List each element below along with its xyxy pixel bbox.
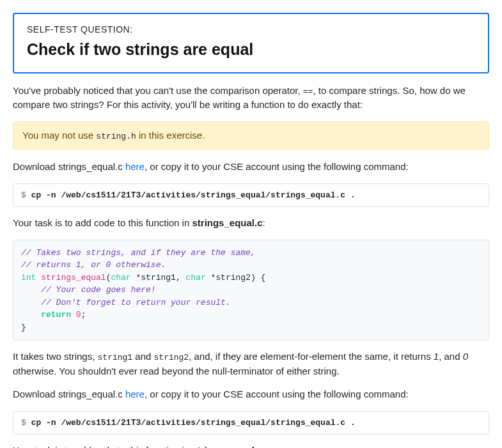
task-instruction-2: Your task is to add code to this functio… (13, 444, 489, 448)
filename-1: strings_equal.c (192, 217, 262, 228)
self-test-question-box: SELF-TEST QUESTION: Check if two strings… (13, 13, 489, 73)
download-link-2[interactable]: here (125, 389, 145, 399)
equals-operator: == (303, 87, 313, 97)
download-link-1[interactable]: here (125, 161, 145, 172)
warning-alert: You may not use string.h in this exercis… (13, 121, 489, 150)
explanation-paragraph: It takes two strings, string1 and string… (13, 350, 489, 378)
question-label: SELF-TEST QUESTION: (27, 23, 475, 36)
string-h-code: string.h (96, 132, 136, 141)
code-block-1: // Takes two strings, and if they are th… (13, 240, 489, 341)
download-instruction-1: Download strings_equal.c here, or copy i… (13, 160, 489, 174)
filename-2: strings_equal.c (192, 445, 262, 448)
shell-prompt-2: $ (21, 418, 26, 428)
intro-paragraph: You've probably noticed that you can't u… (13, 84, 489, 112)
download-instruction-2: Download strings_equal.c here, or copy i… (13, 387, 489, 402)
shell-prompt: $ (21, 190, 26, 200)
task-instruction-1: Your task is to add code to this functio… (13, 216, 489, 231)
command-box-2: $ cp -n /web/cs1511/21T3/activities/stri… (13, 411, 489, 435)
question-title: Check if two strings are equal (27, 38, 475, 62)
command-box-1: $ cp -n /web/cs1511/21T3/activities/stri… (13, 183, 489, 208)
